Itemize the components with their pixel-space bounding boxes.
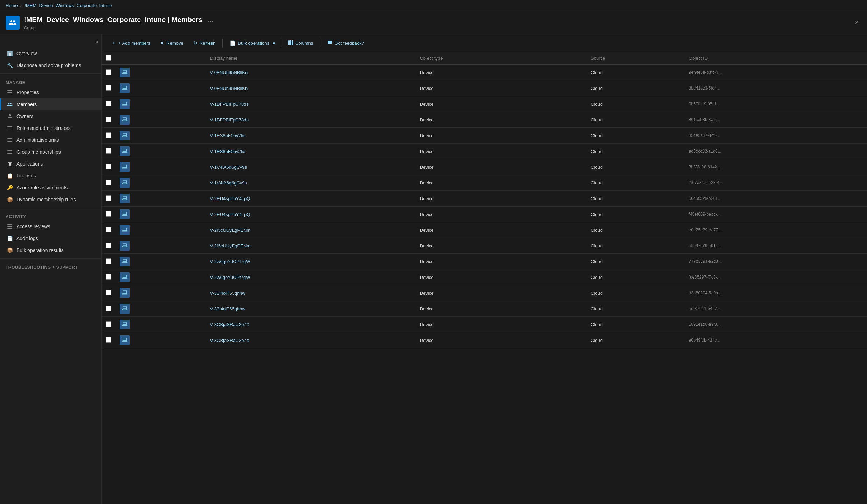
- row-type-cell: Device: [416, 222, 550, 238]
- row-checkbox-cell[interactable]: [102, 317, 116, 332]
- member-name[interactable]: V-33I4oiT65qhhw: [210, 290, 245, 296]
- name-cell: V-0FNUh95NBllKn: [210, 70, 411, 75]
- sidebar-item-access-reviews[interactable]: Access reviews: [0, 220, 101, 232]
- computer-icon: [122, 290, 128, 296]
- add-members-button[interactable]: ＋ + Add members: [107, 38, 154, 48]
- row-checkbox-cell[interactable]: [102, 206, 116, 222]
- member-name[interactable]: V-3CBjaSRaU2e7X: [210, 338, 250, 343]
- row-icon-cell: [116, 144, 206, 159]
- sidebar-item-owners[interactable]: Owners: [0, 110, 101, 122]
- row-checkbox-cell[interactable]: [102, 175, 116, 191]
- more-options-button[interactable]: ...: [205, 15, 216, 25]
- sidebar-item-audit-logs[interactable]: 📄 Audit logs: [0, 232, 101, 244]
- sidebar-collapse[interactable]: «: [0, 37, 101, 48]
- row-checkbox[interactable]: [106, 85, 111, 91]
- collapse-button[interactable]: «: [95, 38, 98, 45]
- breadcrumb-current[interactable]: !MEM_Device_Windows_Corporate_Intune: [25, 3, 112, 8]
- row-checkbox-cell[interactable]: [102, 238, 116, 254]
- row-checkbox[interactable]: [106, 290, 111, 295]
- row-checkbox[interactable]: [106, 211, 111, 217]
- row-checkbox-cell[interactable]: [102, 270, 116, 285]
- computer-icon: [122, 85, 128, 91]
- row-type-cell: Device: [416, 112, 550, 128]
- remove-button[interactable]: ✕ Remove: [156, 38, 187, 48]
- row-checkbox-cell[interactable]: [102, 285, 116, 301]
- member-name[interactable]: V-1BFPBIFpG78ds: [210, 117, 249, 122]
- row-checkbox-cell[interactable]: [102, 159, 116, 175]
- member-name[interactable]: V-1ES8aE05y2lie: [210, 149, 245, 154]
- sidebar-item-overview[interactable]: ℹ️ Overview: [0, 48, 101, 59]
- select-all-checkbox[interactable]: [106, 55, 111, 61]
- row-checkbox-cell[interactable]: [102, 254, 116, 270]
- sidebar-item-admin-units[interactable]: Administrative units: [0, 134, 101, 146]
- member-name[interactable]: V-2EU4spPbY4LpQ: [210, 196, 250, 201]
- member-name[interactable]: V-0FNUh95NBllKn: [210, 86, 248, 91]
- bulk-operations-label: Bulk operations: [238, 41, 269, 46]
- row-checkbox-cell[interactable]: [102, 96, 116, 112]
- sidebar-item-bulk-results[interactable]: 📦 Bulk operation results: [0, 244, 101, 256]
- row-checkbox-cell[interactable]: [102, 191, 116, 206]
- row-checkbox-cell[interactable]: [102, 80, 116, 96]
- applications-icon: ▣: [7, 161, 13, 167]
- row-checkbox-cell[interactable]: [102, 128, 116, 144]
- member-name[interactable]: V-33I4oiT65qhhw: [210, 306, 245, 312]
- sidebar-item-azure-roles[interactable]: 🔑 Azure role assignments: [0, 182, 101, 194]
- table-row: V-1ES8aE05y2lie Device Cloud ad5dcc32-a1…: [102, 144, 867, 159]
- breadcrumb-home[interactable]: Home: [6, 3, 18, 8]
- row-checkbox[interactable]: [106, 164, 111, 169]
- member-name[interactable]: V-2w6goYJOPf7gW: [210, 259, 250, 264]
- name-cell: V-1ES8aE05y2lie: [210, 149, 411, 154]
- member-name[interactable]: V-2I5cUUyEgPENm: [210, 243, 251, 248]
- row-checkbox[interactable]: [106, 258, 111, 264]
- row-checkbox[interactable]: [106, 227, 111, 232]
- row-checkbox-cell[interactable]: [102, 301, 116, 317]
- row-checkbox-cell[interactable]: [102, 222, 116, 238]
- row-checkbox[interactable]: [106, 148, 111, 154]
- row-checkbox[interactable]: [106, 321, 111, 327]
- sidebar-label-applications: Applications: [16, 161, 43, 167]
- columns-button[interactable]: Columns: [284, 38, 317, 48]
- member-name[interactable]: V-2w6goYJOPf7gW: [210, 275, 250, 280]
- sidebar-item-licenses[interactable]: 📋 Licenses: [0, 170, 101, 182]
- row-checkbox[interactable]: [106, 195, 111, 201]
- member-name[interactable]: V-2EU4spPbY4LpQ: [210, 212, 250, 217]
- row-checkbox-cell[interactable]: [102, 332, 116, 348]
- svg-rect-5: [7, 130, 12, 130]
- bulk-operations-button[interactable]: 📄 Bulk operations ▾: [226, 38, 278, 48]
- sidebar-item-members[interactable]: Members: [0, 98, 101, 110]
- row-checkbox-cell[interactable]: [102, 65, 116, 80]
- member-name[interactable]: V-1V4iA6q6gCv9s: [210, 180, 247, 186]
- sidebar-item-dynamic-rules[interactable]: 📦 Dynamic membership rules: [0, 194, 101, 205]
- row-checkbox[interactable]: [106, 180, 111, 185]
- row-name-cell: V-0FNUh95NBllKn: [206, 65, 416, 80]
- sidebar-item-applications[interactable]: ▣ Applications: [0, 158, 101, 170]
- info-icon: ℹ️: [7, 50, 13, 57]
- member-name[interactable]: V-1BFPBIFpG78ds: [210, 102, 249, 107]
- row-checkbox[interactable]: [106, 337, 111, 343]
- row-checkbox-cell[interactable]: [102, 112, 116, 128]
- row-type-cell: Device: [416, 65, 550, 80]
- member-name[interactable]: V-0FNUh95NBllKn: [210, 70, 248, 75]
- member-name[interactable]: V-3CBjaSRaU2e7X: [210, 322, 250, 327]
- row-checkbox[interactable]: [106, 101, 111, 106]
- sidebar-item-diagnose[interactable]: 🔧 Diagnose and solve problems: [0, 59, 101, 71]
- row-name-cell: V-1V4iA6q6gCv9s: [206, 159, 416, 175]
- row-checkbox[interactable]: [106, 274, 111, 280]
- row-checkbox[interactable]: [106, 306, 111, 311]
- sidebar-item-group-memberships[interactable]: Group memberships: [0, 146, 101, 158]
- row-type-cell: Device: [416, 332, 550, 348]
- member-name[interactable]: V-1ES8aE05y2lie: [210, 133, 245, 138]
- row-checkbox[interactable]: [106, 69, 111, 75]
- refresh-button[interactable]: ↻ Refresh: [189, 38, 220, 48]
- row-checkbox[interactable]: [106, 132, 111, 138]
- row-checkbox-cell[interactable]: [102, 144, 116, 159]
- row-checkbox[interactable]: [106, 243, 111, 248]
- row-checkbox[interactable]: [106, 117, 111, 122]
- close-button[interactable]: ×: [852, 18, 861, 28]
- sidebar-item-roles[interactable]: Roles and administrators: [0, 122, 101, 134]
- feedback-button[interactable]: Got feedback?: [323, 38, 368, 48]
- sidebar-item-properties[interactable]: Properties: [0, 86, 101, 98]
- member-name[interactable]: V-2I5cUUyEgPENm: [210, 227, 251, 233]
- row-name-cell: V-33I4oiT65qhhw: [206, 301, 416, 317]
- member-name[interactable]: V-1V4iA6q6gCv9s: [210, 164, 247, 170]
